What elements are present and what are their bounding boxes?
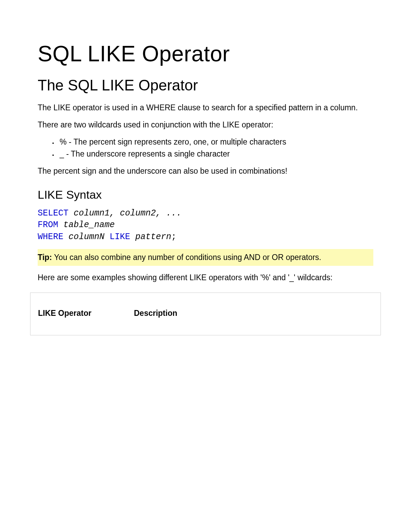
- sql-arg: columnN: [63, 232, 110, 242]
- page-title: SQL LIKE Operator: [38, 41, 373, 66]
- table-header-operator: LIKE Operator: [38, 309, 134, 318]
- tip-label: Tip:: [38, 253, 52, 262]
- list-item: _ - The underscore represents a single c…: [58, 148, 373, 159]
- code-block: SELECT column1, column2, ... FROM table_…: [38, 208, 373, 243]
- intro-paragraph-2: There are two wildcards used in conjunct…: [38, 119, 373, 130]
- sql-arg: column1, column2, ...: [68, 208, 182, 218]
- examples-intro: Here are some examples showing different…: [38, 272, 373, 283]
- sql-arg: pattern: [130, 232, 171, 242]
- sql-keyword: FROM: [38, 220, 58, 230]
- wildcard-list: % - The percent sign represents zero, on…: [38, 136, 373, 159]
- list-item: % - The percent sign represents zero, on…: [58, 136, 373, 147]
- sql-keyword: WHERE: [38, 232, 63, 242]
- examples-table: LIKE Operator Description: [30, 293, 381, 335]
- intro-paragraph-3: The percent sign and the underscore can …: [38, 165, 373, 176]
- sql-text: ;: [171, 232, 176, 242]
- intro-paragraph-1: The LIKE operator is used in a WHERE cla…: [38, 102, 373, 113]
- tip-callout: Tip: You can also combine any number of …: [38, 249, 373, 265]
- section-heading: The SQL LIKE Operator: [38, 77, 373, 94]
- sql-keyword: SELECT: [38, 208, 68, 218]
- sql-arg: table_name: [58, 220, 115, 230]
- table-header-description: Description: [134, 309, 373, 318]
- table-header-row: LIKE Operator Description: [38, 309, 373, 318]
- tip-text: You can also combine any number of condi…: [52, 253, 321, 262]
- sql-keyword: LIKE: [110, 232, 130, 242]
- syntax-heading: LIKE Syntax: [38, 188, 373, 201]
